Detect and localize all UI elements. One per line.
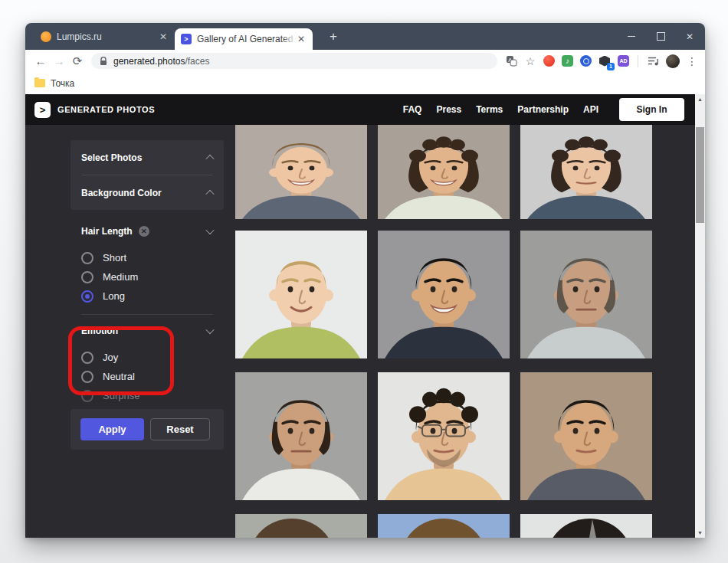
extension-music-icon[interactable]: ♪ (562, 55, 573, 67)
url-path: /faces (185, 56, 209, 67)
face-photo[interactable] (378, 372, 510, 500)
apply-button[interactable]: Apply (80, 418, 144, 440)
radio-emotion-neutral[interactable]: Neutral (71, 367, 224, 386)
extension-globe-icon[interactable] (580, 55, 592, 67)
new-tab-button[interactable]: + (324, 28, 343, 46)
filter-card-collapsed: Select Photos Background Color (71, 140, 224, 210)
extension-cube-icon[interactable]: 1 (598, 55, 611, 67)
radio-icon-disabled[interactable] (81, 390, 93, 402)
tab-close-icon[interactable]: ✕ (296, 34, 307, 44)
close-button[interactable]: ✕ (685, 32, 694, 41)
radio-emotion-surprise[interactable]: Surprise (71, 386, 224, 405)
nav-terms[interactable]: Terms (476, 104, 503, 115)
desktop-background: Lumpics.ru ✕ > Gallery of AI Generated F… (0, 0, 728, 563)
face-photo[interactable] (520, 125, 652, 219)
bookmarks-bar: Точка (25, 72, 705, 94)
chevron-down-icon (205, 326, 214, 334)
photo-row (235, 125, 652, 219)
extension-ad-icon[interactable]: AD (618, 55, 629, 67)
radio-label: Joy (103, 352, 118, 363)
forward-button[interactable]: → (50, 54, 68, 67)
tab-close-icon[interactable]: ✕ (158, 31, 169, 42)
site-header: > GENERATED PHOTOS FAQ Press Terms Partn… (25, 94, 695, 125)
radio-hair-medium[interactable]: Medium (71, 267, 224, 286)
window-controls: ✕ (627, 23, 700, 50)
radio-hair-short[interactable]: Short (71, 248, 224, 267)
translate-icon[interactable]: A (505, 55, 517, 67)
sign-in-button[interactable]: Sign In (619, 98, 684, 121)
extension-badge: 1 (607, 63, 615, 70)
scroll-up-icon[interactable]: ▲ (695, 94, 705, 104)
section-label: Select Photos (81, 152, 142, 163)
section-label: Background Color (81, 188, 162, 198)
face-photo[interactable] (378, 125, 510, 219)
radio-icon[interactable] (81, 252, 93, 264)
face-photo[interactable] (378, 514, 510, 538)
face-photo[interactable] (235, 372, 367, 500)
chevron-down-icon (205, 226, 214, 234)
scrollbar[interactable]: ▲ ▼ (695, 94, 705, 538)
photo-row (235, 231, 652, 358)
scroll-down-icon[interactable]: ▼ (695, 528, 705, 538)
toolbar-icons: A ☆ ♪ 1 AD ⋮ (502, 54, 699, 68)
nav-api[interactable]: API (583, 104, 598, 115)
tab-title: Gallery of AI Generated Faces | G (197, 34, 296, 44)
main-area: Select Photos Background Color Hair Leng… (25, 125, 695, 538)
radio-icon[interactable] (81, 371, 93, 383)
section-select-photos[interactable]: Select Photos (71, 140, 224, 175)
radio-icon[interactable] (81, 352, 93, 364)
maximize-button[interactable] (656, 32, 665, 41)
nav-press[interactable]: Press (436, 104, 461, 115)
lock-icon (100, 57, 107, 66)
toolbar-separator (638, 55, 638, 67)
divider (81, 314, 213, 315)
tab-generated-photos[interactable]: > Gallery of AI Generated Faces | G ✕ (175, 28, 313, 50)
browser-menu-icon[interactable]: ⋮ (687, 55, 696, 67)
photo-grid (235, 125, 663, 538)
tab-lumpics[interactable]: Lumpics.ru ✕ (34, 23, 175, 50)
url-domain: generated.photos (113, 56, 185, 67)
site-brand[interactable]: GENERATED PHOTOS (57, 105, 155, 114)
face-photo[interactable] (520, 514, 652, 538)
section-background-color[interactable]: Background Color (71, 175, 224, 210)
radio-label: Surprise (103, 390, 139, 401)
scrollbar-thumb[interactable] (696, 127, 704, 223)
extension-adblock-icon[interactable] (543, 55, 555, 67)
bookmark-folder-tochka[interactable]: Точка (51, 78, 74, 89)
radio-emotion-joy[interactable]: Joy (71, 348, 224, 367)
nav-faq[interactable]: FAQ (403, 104, 422, 115)
face-photo[interactable] (378, 231, 510, 358)
photo-row (235, 514, 652, 538)
back-button[interactable]: ← (31, 54, 50, 67)
face-photo[interactable] (235, 514, 367, 538)
reset-button[interactable]: Reset (150, 418, 210, 440)
face-photo[interactable] (235, 125, 367, 219)
radio-icon-selected[interactable] (81, 290, 93, 303)
face-photo[interactable] (520, 231, 652, 358)
profile-avatar[interactable] (666, 54, 680, 68)
radio-label: Short (103, 252, 126, 263)
page-content: > GENERATED PHOTOS FAQ Press Terms Partn… (25, 94, 705, 538)
site-nav: FAQ Press Terms Partnership API (403, 104, 598, 115)
radio-hair-long[interactable]: Long (71, 286, 224, 306)
site-logo[interactable]: > (34, 102, 51, 118)
address-bar[interactable]: generated.photos/faces (91, 53, 497, 69)
face-photo[interactable] (235, 231, 367, 358)
radio-label: Medium (103, 271, 138, 283)
minimize-button[interactable] (627, 32, 636, 41)
reload-button[interactable]: ⟳ (68, 54, 87, 68)
section-hair-length[interactable]: Hair Length ✕ (71, 221, 224, 241)
tab-title: Lumpics.ru (57, 31, 158, 42)
browser-toolbar: ← → ⟳ generated.photos/faces A ☆ ♪ 1 AD (25, 50, 705, 72)
playlist-icon[interactable] (647, 55, 659, 67)
nav-partnership[interactable]: Partnership (517, 104, 569, 115)
face-photo[interactable] (520, 372, 652, 500)
bookmark-star-icon[interactable]: ☆ (524, 55, 536, 67)
clear-filter-icon[interactable]: ✕ (139, 226, 149, 237)
generated-photos-favicon: > (181, 34, 192, 44)
section-emotion[interactable]: Emotion (71, 321, 224, 341)
radio-label: Long (103, 290, 125, 302)
chevron-up-icon (205, 189, 214, 198)
radio-label: Neutral (103, 371, 135, 382)
radio-icon[interactable] (81, 271, 93, 283)
